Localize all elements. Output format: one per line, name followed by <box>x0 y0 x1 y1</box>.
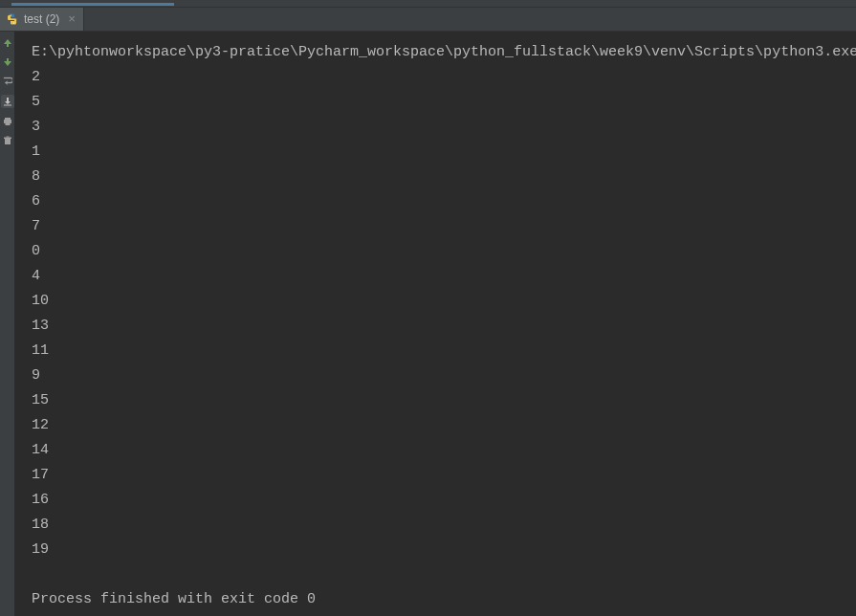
svg-rect-6 <box>4 138 11 140</box>
output-line: 19 <box>32 538 856 562</box>
print-icon[interactable] <box>2 116 13 127</box>
output-line: 11 <box>32 339 856 363</box>
close-icon[interactable]: × <box>68 12 76 27</box>
output-line: 16 <box>32 488 856 513</box>
arrow-up-icon[interactable] <box>2 37 13 49</box>
svg-rect-2 <box>5 118 11 120</box>
python-icon <box>6 12 19 26</box>
output-line: 10 <box>32 289 856 314</box>
blank-line <box>32 562 856 587</box>
tab-bar: test (2) × <box>0 8 856 32</box>
exit-message: Process finished with exit code 0 <box>32 587 856 612</box>
output-line: 8 <box>32 165 856 189</box>
gutter <box>0 32 14 616</box>
output-line: 13 <box>32 314 856 339</box>
output-line: 14 <box>32 438 856 463</box>
svg-rect-4 <box>5 122 10 125</box>
output-line: 1 <box>32 140 856 165</box>
output-line: 6 <box>32 189 856 214</box>
svg-rect-7 <box>6 137 9 138</box>
svg-point-0 <box>11 14 11 15</box>
output-line: 18 <box>32 513 856 538</box>
trash-icon[interactable] <box>2 135 13 146</box>
wrap-icon[interactable] <box>2 76 13 87</box>
output-line: 3 <box>32 115 856 140</box>
svg-point-1 <box>13 22 14 23</box>
console-output[interactable]: E:\pyhtonworkspace\py3-pratice\Pycharm_w… <box>14 32 856 616</box>
output-line: 15 <box>32 388 856 413</box>
output-line: 5 <box>32 90 856 115</box>
output-line: 17 <box>32 463 856 488</box>
arrow-down-icon[interactable] <box>2 56 13 68</box>
top-edge <box>0 0 856 8</box>
output-line: 9 <box>32 363 856 388</box>
output-line: 0 <box>32 239 856 264</box>
run-tab[interactable]: test (2) × <box>0 8 84 31</box>
output-line: 2 <box>32 65 856 90</box>
tab-label: test (2) <box>24 12 59 26</box>
tab-highlight <box>11 3 174 6</box>
download-icon[interactable] <box>1 95 14 108</box>
output-line: 12 <box>32 413 856 438</box>
output-line: 4 <box>32 264 856 289</box>
main-area: E:\pyhtonworkspace\py3-pratice\Pycharm_w… <box>0 32 856 616</box>
svg-rect-5 <box>5 139 11 144</box>
command-line: E:\pyhtonworkspace\py3-pratice\Pycharm_w… <box>32 40 856 65</box>
output-line: 7 <box>32 214 856 239</box>
